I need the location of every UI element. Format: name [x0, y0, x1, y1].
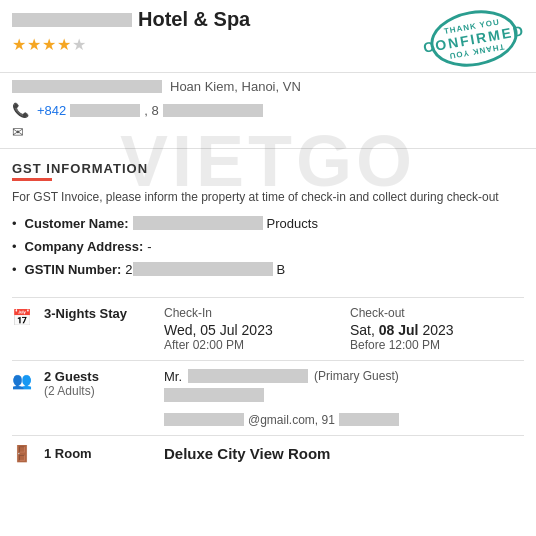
star-1: ★	[12, 36, 27, 53]
star-4: ★	[57, 36, 72, 53]
guests-label-col: 2 Guests (2 Adults)	[44, 369, 164, 398]
email-row: ✉	[0, 122, 536, 144]
address-text: Hoan Kiem, Hanoi, VN	[170, 79, 301, 94]
gst-company-value: -	[147, 239, 151, 254]
guest-email-suffix: @gmail.com, 91	[248, 413, 335, 427]
room-icon: 🚪	[12, 444, 36, 463]
gst-gstin-bar	[133, 262, 273, 276]
hotel-name-row: Hotel & Spa	[12, 8, 250, 31]
room-label: 1 Room	[44, 446, 92, 461]
checkin-header: Check-In	[164, 306, 338, 320]
room-label-col: 1 Room	[44, 446, 164, 461]
checkout-header: Check-out	[350, 306, 524, 320]
guest-phone-bar	[339, 413, 399, 426]
hotel-name-bar	[12, 13, 132, 27]
checkout-col: Check-out Sat, 08 Jul 2023 Before 12:00 …	[350, 306, 524, 352]
gst-section: GST INFORMATION For GST Invoice, please …	[0, 153, 536, 293]
guests-row: 👥 2 Guests (2 Adults) Mr. (Primary Guest…	[12, 360, 524, 435]
gst-fields: Customer Name: Products Company Address:…	[12, 216, 524, 277]
room-name: Deluxe City View Room	[164, 445, 330, 462]
gst-customer-bar	[133, 216, 263, 230]
checkout-date: Sat, 08 Jul 2023	[350, 322, 524, 338]
checkin-date-prefix: Wed, 05 Jul	[164, 322, 238, 338]
gst-company-label: Company Address:	[25, 239, 144, 254]
star-rating: ★★★★★	[12, 35, 250, 54]
hotel-name: Hotel & Spa	[138, 8, 250, 31]
guests-label: 2 Guests	[44, 369, 164, 384]
phone-bar-1	[70, 104, 140, 117]
address-row: Hoan Kiem, Hanoi, VN	[0, 73, 536, 100]
checkin-date: Wed, 05 Jul 2023	[164, 322, 338, 338]
stay-label-text: 3-Nights Stay	[44, 306, 127, 321]
primary-guest-tag: (Primary Guest)	[314, 369, 399, 383]
gst-gstin-prefix: 2	[125, 262, 132, 277]
phone-separator: , 8	[144, 103, 158, 118]
gst-title: GST INFORMATION	[12, 161, 524, 176]
gst-underline	[12, 178, 52, 181]
checkin-col: Check-In Wed, 05 Jul 2023 After 02:00 PM	[164, 306, 338, 352]
checkout-date-prefix: Sat,	[350, 322, 375, 338]
stay-icon: 📅	[12, 308, 36, 327]
gst-customer-name-row: Customer Name: Products	[12, 216, 524, 231]
gst-company-address-row: Company Address: -	[12, 239, 524, 254]
checkout-time: Before 12:00 PM	[350, 338, 524, 352]
checkout-date-year: 2023	[422, 322, 453, 338]
guest-email-bar	[164, 413, 244, 426]
guest-name-row: Mr. (Primary Guest)	[164, 369, 524, 384]
phone-row: 📞 +842 , 8	[0, 100, 536, 122]
guests-icon: 👥	[12, 371, 36, 390]
guest-name-bar	[188, 369, 308, 383]
star-2: ★	[27, 36, 42, 53]
guests-detail: Mr. (Primary Guest) @gmail.com, 91	[164, 369, 524, 427]
divider-1	[0, 148, 536, 149]
gst-gstin-row: GSTIN Number: 2 B	[12, 262, 524, 277]
phone-bar-2	[163, 104, 263, 117]
phone-prefix: +842	[37, 103, 66, 118]
checkin-time: After 02:00 PM	[164, 338, 338, 352]
gst-customer-suffix: Products	[267, 216, 318, 231]
guest-prefix: Mr.	[164, 369, 182, 384]
email-icon: ✉	[12, 124, 24, 140]
guest-bar2	[164, 388, 264, 402]
gst-info-text: For GST Invoice, please inform the prope…	[12, 189, 524, 206]
guest-email-row: @gmail.com, 91	[164, 413, 524, 427]
gst-customer-label: Customer Name:	[25, 216, 129, 231]
hotel-name-section: Hotel & Spa ★★★★★	[12, 8, 250, 54]
address-bar	[12, 80, 162, 93]
header: Hotel & Spa ★★★★★ THANK YOU CONFIRMED TH…	[0, 0, 536, 73]
checkout-date-bold: 08 Jul	[379, 322, 419, 338]
room-row: 🚪 1 Room Deluxe City View Room	[12, 435, 524, 471]
phone-icon: 📞	[12, 102, 29, 118]
booking-section: 📅 3-Nights Stay Check-In Wed, 05 Jul 202…	[0, 293, 536, 475]
star-5: ★	[72, 36, 87, 53]
stay-details: Check-In Wed, 05 Jul 2023 After 02:00 PM…	[164, 306, 524, 352]
gst-gstin-label: GSTIN Number:	[25, 262, 122, 277]
gst-gstin-suffix: B	[277, 262, 286, 277]
stay-row: 📅 3-Nights Stay Check-In Wed, 05 Jul 202…	[12, 297, 524, 360]
confirmed-stamp: THANK YOU CONFIRMED THANK YOU	[424, 8, 524, 68]
confirmed-stamp-circle: THANK YOU CONFIRMED THANK YOU	[426, 3, 522, 72]
guests-sub-label: (2 Adults)	[44, 384, 164, 398]
checkin-date-year: 2023	[242, 322, 273, 338]
star-3: ★	[42, 36, 57, 53]
stay-label: 3-Nights Stay	[44, 306, 164, 321]
